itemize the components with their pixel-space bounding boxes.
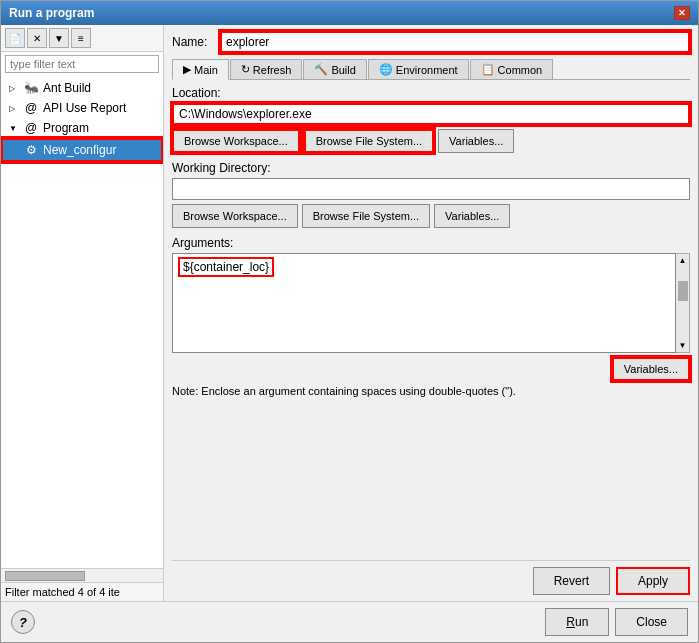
apply-btn[interactable]: Apply — [616, 567, 690, 595]
filter-btn[interactable]: ▼ — [49, 28, 69, 48]
tab-main[interactable]: ▶ Main — [172, 59, 229, 80]
browse-workspace-1-label: Browse Workspace... — [184, 135, 288, 147]
program-label: Program — [43, 121, 89, 135]
working-dir-section: Working Directory: Browse Workspace... B… — [172, 161, 690, 228]
build-tab-icon: 🔨 — [314, 63, 328, 76]
expand-arrow: ▼ — [9, 124, 19, 133]
arguments-btn-row: Variables... — [172, 357, 690, 381]
form-action-buttons: Revert Apply — [172, 560, 690, 595]
variables-1-label: Variables... — [449, 135, 503, 147]
tab-environment[interactable]: 🌐 Environment — [368, 59, 469, 79]
tab-common[interactable]: 📋 Common — [470, 59, 554, 79]
build-tab-label: Build — [331, 64, 355, 76]
tab-refresh[interactable]: ↻ Refresh — [230, 59, 303, 79]
delete-btn[interactable]: ✕ — [27, 28, 47, 48]
scroll-thumb[interactable] — [5, 571, 85, 581]
dialog-actions: Run Close — [545, 608, 688, 636]
ant-icon: 🐜 — [23, 80, 39, 96]
env-tab-label: Environment — [396, 64, 458, 76]
location-section: Location: Browse Workspace... Browse Fil… — [172, 86, 690, 153]
filter-input[interactable] — [5, 55, 159, 73]
filter-status-text: Filter matched 4 of 4 ite — [5, 586, 120, 598]
more-btn[interactable]: ≡ — [71, 28, 91, 48]
browse-filesystem-btn-2[interactable]: Browse File System... — [302, 204, 430, 228]
title-controls: ✕ — [674, 6, 690, 20]
help-icon: ? — [19, 615, 27, 630]
filter-status: Filter matched 4 of 4 ite — [1, 582, 163, 601]
browse-filesystem-btn-1[interactable]: Browse File System... — [304, 129, 434, 153]
title-bar: Run a program ✕ — [1, 1, 698, 25]
tree-item-api-report[interactable]: ▷ @ API Use Report — [1, 98, 163, 118]
browse-workspace-btn-1[interactable]: Browse Workspace... — [172, 129, 300, 153]
name-label: Name: — [172, 35, 214, 49]
tree-item-program[interactable]: ▼ @ Program — [1, 118, 163, 138]
close-btn[interactable]: Close — [615, 608, 688, 636]
container-loc-value: ${container_loc} — [178, 257, 274, 277]
variables-2-label: Variables... — [445, 210, 499, 222]
apply-label: Apply — [638, 574, 668, 588]
working-dir-label: Working Directory: — [172, 161, 690, 175]
note-text: Note: Enclose an argument containing spa… — [172, 385, 690, 397]
arguments-container: ${container_loc} ▲ ▼ — [172, 253, 690, 353]
arguments-text[interactable]: ${container_loc} — [172, 253, 676, 353]
browse-filesystem-2-label: Browse File System... — [313, 210, 419, 222]
run-program-dialog: Run a program ✕ 📄 ✕ ▼ ≡ ▷ 🐜 Ant Build — [0, 0, 699, 643]
common-tab-label: Common — [498, 64, 543, 76]
variables-btn-3[interactable]: Variables... — [612, 357, 690, 381]
revert-label: Revert — [554, 574, 589, 588]
main-tab-label: Main — [194, 64, 218, 76]
new-btn[interactable]: 📄 — [5, 28, 25, 48]
right-panel: Name: ▶ Main ↻ Refresh 🔨 Build 🌐 — [164, 25, 698, 601]
config-icon: ⚙ — [23, 142, 39, 158]
browse-filesystem-1-label: Browse File System... — [316, 135, 422, 147]
expand-arrow: ▷ — [9, 104, 19, 113]
tabs-bar: ▶ Main ↻ Refresh 🔨 Build 🌐 Environment 📋 — [172, 59, 690, 80]
arguments-section: Arguments: ${container_loc} ▲ ▼ Variable… — [172, 236, 690, 552]
location-input[interactable] — [172, 103, 690, 125]
refresh-tab-icon: ↻ — [241, 63, 250, 76]
help-button[interactable]: ? — [11, 610, 35, 634]
revert-btn[interactable]: Revert — [533, 567, 610, 595]
program-icon: @ — [23, 120, 39, 136]
expand-arrow: ▷ — [9, 84, 19, 93]
dialog-bottom: ? Run Close — [1, 601, 698, 642]
variables-btn-2[interactable]: Variables... — [434, 204, 510, 228]
env-tab-icon: 🌐 — [379, 63, 393, 76]
scroll-down-icon[interactable]: ▼ — [679, 339, 687, 352]
scroll-thumb-handle[interactable] — [678, 281, 688, 301]
run-btn[interactable]: Run — [545, 608, 609, 636]
window-title: Run a program — [9, 6, 94, 20]
tree-item-new-config[interactable]: ⚙ New_configur — [1, 138, 163, 162]
main-tab-icon: ▶ — [183, 63, 191, 76]
arguments-scrollbar[interactable]: ▲ ▼ — [676, 253, 690, 353]
left-toolbar: 📄 ✕ ▼ ≡ — [1, 25, 163, 52]
new-config-label: New_configur — [43, 143, 116, 157]
tree-item-ant-build[interactable]: ▷ 🐜 Ant Build — [1, 78, 163, 98]
left-panel: 📄 ✕ ▼ ≡ ▷ 🐜 Ant Build ▷ @ API Use Report — [1, 25, 164, 601]
tree-area: ▷ 🐜 Ant Build ▷ @ API Use Report ▼ @ Pro… — [1, 76, 163, 568]
name-row: Name: — [172, 31, 690, 53]
common-tab-icon: 📋 — [481, 63, 495, 76]
variables-btn-1[interactable]: Variables... — [438, 129, 514, 153]
arguments-label: Arguments: — [172, 236, 690, 250]
tab-build[interactable]: 🔨 Build — [303, 59, 366, 79]
ant-build-label: Ant Build — [43, 81, 91, 95]
location-btn-row: Browse Workspace... Browse File System..… — [172, 129, 690, 153]
working-dir-btn-row: Browse Workspace... Browse File System..… — [172, 204, 690, 228]
api-label: API Use Report — [43, 101, 126, 115]
run-label-rest: un — [575, 615, 588, 629]
run-label: R — [566, 615, 575, 629]
location-label: Location: — [172, 86, 690, 100]
browse-workspace-2-label: Browse Workspace... — [183, 210, 287, 222]
scroll-up-icon[interactable]: ▲ — [679, 254, 687, 267]
main-content: 📄 ✕ ▼ ≡ ▷ 🐜 Ant Build ▷ @ API Use Report — [1, 25, 698, 601]
browse-workspace-btn-2[interactable]: Browse Workspace... — [172, 204, 298, 228]
close-label: Close — [636, 615, 667, 629]
variables-3-label: Variables... — [624, 363, 678, 375]
api-icon: @ — [23, 100, 39, 116]
name-input[interactable] — [220, 31, 690, 53]
close-window-btn[interactable]: ✕ — [674, 6, 690, 20]
working-dir-input[interactable] — [172, 178, 690, 200]
refresh-tab-label: Refresh — [253, 64, 292, 76]
horizontal-scrollbar[interactable] — [1, 568, 163, 582]
